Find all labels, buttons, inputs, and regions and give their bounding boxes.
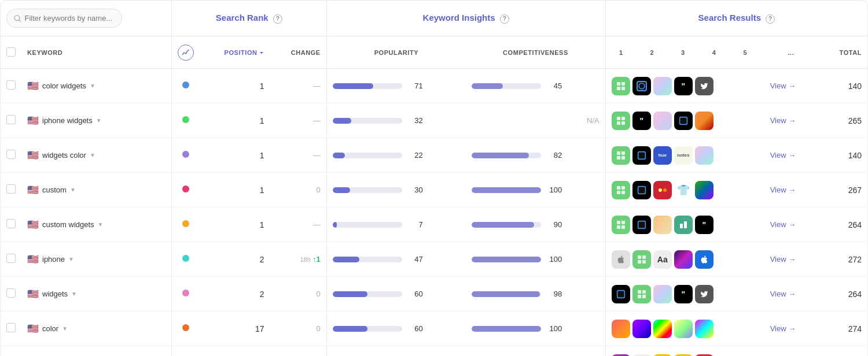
app-icon-1 xyxy=(612,216,630,234)
keyword-name: widgets xyxy=(42,290,68,298)
app-icons-cell: " xyxy=(605,69,760,103)
view-link-cell[interactable]: View → xyxy=(761,138,822,173)
view-link[interactable]: View → xyxy=(767,116,800,125)
row-checkbox[interactable] xyxy=(6,150,16,159)
row-checkbox[interactable] xyxy=(6,288,16,298)
competitiveness-cell: 100 xyxy=(466,242,605,277)
search-results-help-icon[interactable]: ? xyxy=(766,14,775,24)
view-link[interactable]: View → xyxy=(767,151,800,160)
svg-rect-36 xyxy=(617,290,624,298)
keyword-name: custom widgets xyxy=(42,220,94,229)
app-icon-4: " xyxy=(674,77,693,95)
app-icons-cell: " xyxy=(605,207,760,242)
app-icons-cell: " xyxy=(605,103,760,138)
country-flag: 🇺🇸 xyxy=(27,288,39,299)
col-popularity: POPULARITY xyxy=(326,36,466,69)
position-dot xyxy=(182,151,189,158)
app-icon-1 xyxy=(612,320,630,338)
col-position[interactable]: POSITION xyxy=(200,36,270,69)
popularity-cell: 60 xyxy=(326,277,466,312)
row-checkbox[interactable] xyxy=(6,80,16,90)
view-link[interactable]: View → xyxy=(767,220,800,229)
popularity-cell: 32 xyxy=(326,103,466,138)
total-cell: 267 xyxy=(821,346,867,357)
view-link-cell[interactable]: View → xyxy=(761,277,822,312)
competitiveness-bar: 45 xyxy=(472,81,599,90)
keyword-dropdown-icon[interactable]: ▼ xyxy=(70,187,76,193)
keyword-dropdown-icon[interactable]: ▼ xyxy=(98,221,104,228)
row-checkbox[interactable] xyxy=(6,219,16,228)
app-icon-3 xyxy=(653,77,672,95)
view-link-cell[interactable]: View → xyxy=(761,312,822,346)
svg-rect-5 xyxy=(621,87,625,90)
svg-rect-10 xyxy=(617,121,620,125)
popularity-cell: 10 xyxy=(326,346,466,357)
filter-input-wrapper[interactable] xyxy=(6,9,122,28)
view-link[interactable]: View → xyxy=(767,81,800,90)
app-icon-2 xyxy=(632,320,651,338)
country-flag: 🇺🇸 xyxy=(27,323,39,334)
col-dots: ... xyxy=(761,36,822,69)
position-cell: 1 xyxy=(200,138,270,173)
keyword-insights-help-icon[interactable]: ? xyxy=(500,14,509,24)
app-icon-2 xyxy=(632,181,651,199)
svg-rect-21 xyxy=(621,191,625,194)
row-checkbox[interactable] xyxy=(6,184,16,194)
svg-rect-27 xyxy=(617,225,620,229)
view-link[interactable]: View → xyxy=(767,186,800,194)
view-link-cell[interactable]: View → xyxy=(761,173,822,207)
col-total: TOTAL xyxy=(821,36,867,69)
view-link[interactable]: View → xyxy=(767,255,800,264)
svg-rect-12 xyxy=(679,117,687,124)
keyword-dropdown-icon[interactable]: ▼ xyxy=(62,325,68,332)
position-cell: 1 xyxy=(200,173,270,207)
keyword-name: iphone widgets xyxy=(42,116,93,125)
keyword-dropdown-icon[interactable]: ▼ xyxy=(68,256,74,262)
app-icons-cell xyxy=(605,312,760,346)
dot-cell xyxy=(172,242,200,277)
popularity-cell: 7 xyxy=(326,207,466,242)
svg-rect-13 xyxy=(617,151,620,155)
table-row: 🇺🇸 custom ▼ 1 0 30 100 👕 View xyxy=(1,173,867,207)
country-flag: 🇺🇸 xyxy=(27,150,39,161)
keyword-dropdown-icon[interactable]: ▼ xyxy=(71,291,77,297)
keyword-dropdown-icon[interactable]: ▼ xyxy=(90,83,95,89)
dot-cell xyxy=(172,103,200,138)
app-icon-5 xyxy=(695,181,713,199)
view-link[interactable]: View → xyxy=(767,324,800,333)
keyword-cell: 🇺🇸 widgets ▼ xyxy=(21,277,172,312)
popularity-bar: 60 xyxy=(333,324,461,333)
keyword-cell: 🇺🇸 custom widgets ▼ xyxy=(21,207,172,242)
view-link-cell[interactable]: View → xyxy=(761,103,822,138)
keyword-name: color xyxy=(42,324,58,333)
select-all-checkbox[interactable] xyxy=(6,47,16,57)
app-icon-4 xyxy=(674,112,693,130)
change-value: 0 xyxy=(316,324,320,333)
position-cell: 17 xyxy=(200,312,270,346)
view-link-cell[interactable]: View → xyxy=(761,346,822,357)
row-checkbox[interactable] xyxy=(6,254,16,263)
keyword-dropdown-icon[interactable]: ▼ xyxy=(96,117,102,124)
filter-input[interactable] xyxy=(25,14,115,23)
app-icon-2 xyxy=(632,250,651,269)
popularity-bar: 71 xyxy=(333,81,461,90)
popularity-bar: 30 xyxy=(333,186,461,194)
search-rank-help-icon[interactable]: ? xyxy=(273,14,282,24)
position-dot xyxy=(182,186,189,192)
view-link[interactable]: View → xyxy=(767,290,800,298)
change-value: 0 xyxy=(316,290,320,298)
row-checkbox[interactable] xyxy=(6,115,16,124)
row-checkbox[interactable] xyxy=(6,323,16,332)
keyword-dropdown-icon[interactable]: ▼ xyxy=(90,152,95,158)
chart-toggle-icon[interactable] xyxy=(178,44,194,61)
svg-rect-31 xyxy=(684,221,687,228)
popularity-bar: 32 xyxy=(333,116,461,125)
app-icon-1 xyxy=(612,250,630,269)
app-icons-cell: Aa xyxy=(605,242,760,277)
view-link-cell[interactable]: View → xyxy=(761,69,822,103)
keyword-cell: 🇺🇸 for iphone ▼ xyxy=(21,346,172,357)
view-link-cell[interactable]: View → xyxy=(761,242,822,277)
popularity-cell: 47 xyxy=(326,242,466,277)
view-link-cell[interactable]: View → xyxy=(761,207,822,242)
svg-rect-14 xyxy=(621,151,625,155)
